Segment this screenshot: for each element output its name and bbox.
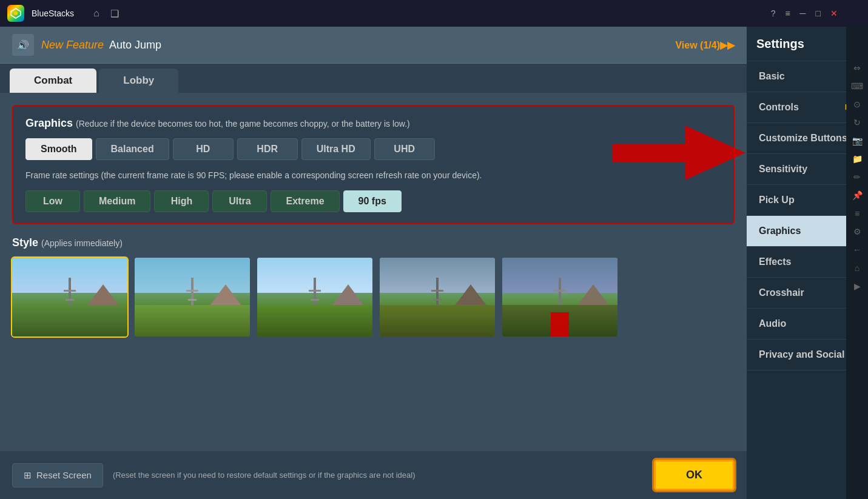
fps-ultra[interactable]: Ultra bbox=[212, 190, 267, 212]
fps-extreme[interactable]: Extreme bbox=[271, 190, 339, 212]
quality-hd[interactable]: HD bbox=[173, 138, 234, 160]
sidebar-crosshair-label: Crosshair bbox=[759, 287, 804, 298]
sidebar: Settings ✕ Basic Controls NEW Customize … bbox=[747, 27, 868, 499]
icon-home2[interactable]: ⌂ bbox=[855, 263, 860, 273]
icon-layers[interactable]: ≡ bbox=[855, 209, 860, 218]
maximize-icon[interactable]: □ bbox=[816, 8, 821, 18]
style-title: Style (Applies immediately) bbox=[12, 236, 735, 249]
reset-screen-button[interactable]: ⊞ Reset Screen bbox=[12, 463, 103, 487]
quality-balanced[interactable]: Balanced bbox=[96, 138, 169, 160]
minimize-icon[interactable]: ─ bbox=[800, 8, 806, 18]
menu-icon[interactable]: ≡ bbox=[785, 8, 790, 18]
svg-rect-10 bbox=[309, 290, 321, 292]
quality-ultra-hd[interactable]: Ultra HD bbox=[301, 138, 371, 160]
icon-stream[interactable]: ▶ bbox=[854, 281, 861, 291]
titlebar-icons: ⌂ ❑ bbox=[93, 8, 119, 19]
ok-button[interactable]: OK bbox=[654, 460, 735, 491]
quality-smooth[interactable]: Smooth bbox=[25, 138, 92, 160]
svg-rect-16 bbox=[554, 290, 566, 292]
fps-90[interactable]: 90 fps bbox=[343, 190, 402, 212]
titlebar-controls: ? ≡ ─ □ ✕ bbox=[771, 8, 838, 18]
graphics-subtitle: (Reduce if the device becomes too hot, t… bbox=[76, 119, 410, 129]
icon-rotation[interactable]: ↻ bbox=[853, 118, 861, 127]
style-subtitle: (Applies immediately) bbox=[41, 238, 123, 248]
sidebar-pickup-label: Pick Up bbox=[759, 195, 795, 205]
svg-rect-11 bbox=[311, 299, 319, 301]
svg-rect-7 bbox=[186, 290, 198, 292]
sidebar-icon-strip: ⇔ ⌨ ⊙ ↻ 📷 📁 ✏ 📌 ≡ ⚙ ← ⌂ ▶ bbox=[846, 27, 868, 499]
fps-high[interactable]: High bbox=[154, 190, 209, 212]
icon-folder[interactable]: 📁 bbox=[852, 154, 863, 164]
sidebar-customize-label: Customize Buttons bbox=[759, 133, 847, 143]
quality-uhd[interactable]: UHD bbox=[374, 138, 435, 160]
tab-combat[interactable]: Combat bbox=[10, 69, 96, 93]
svg-rect-8 bbox=[188, 299, 197, 301]
new-feature-label: New Feature bbox=[41, 39, 104, 51]
quality-buttons: Smooth Balanced HD HDR Ultra HD UHD bbox=[25, 138, 721, 160]
style-label: Style bbox=[12, 236, 38, 249]
graphics-section: Graphics (Reduce if the device becomes t… bbox=[12, 105, 735, 224]
graphics-title: Graphics (Reduce if the device becomes t… bbox=[25, 117, 721, 130]
framerate-text: Frame rate settings (the current frame r… bbox=[25, 170, 721, 182]
svg-rect-4 bbox=[64, 290, 76, 292]
sidebar-controls-label: Controls bbox=[759, 102, 799, 112]
quality-hdr[interactable]: HDR bbox=[237, 138, 298, 160]
feature-text: New Feature Auto Jump bbox=[41, 39, 161, 52]
style-image-5[interactable] bbox=[502, 258, 617, 337]
svg-rect-5 bbox=[66, 299, 74, 301]
fps-low[interactable]: Low bbox=[25, 190, 80, 212]
fps-medium[interactable]: Medium bbox=[84, 190, 150, 212]
icon-edit[interactable]: ✏ bbox=[853, 172, 861, 182]
style-section: Style (Applies immediately) bbox=[12, 236, 735, 337]
svg-rect-13 bbox=[431, 290, 443, 292]
settings-content: Graphics (Reduce if the device becomes t… bbox=[0, 93, 747, 451]
style-image-2[interactable] bbox=[135, 258, 250, 337]
reset-label: Reset Screen bbox=[36, 470, 92, 480]
bottom-left: ⊞ Reset Screen (Reset the screen if you … bbox=[12, 463, 415, 487]
bottom-bar: ⊞ Reset Screen (Reset the screen if you … bbox=[0, 451, 747, 499]
icon-gamepad[interactable]: ⊙ bbox=[853, 99, 861, 109]
close-icon[interactable]: ✕ bbox=[830, 8, 838, 18]
icon-settings2[interactable]: ⚙ bbox=[853, 227, 861, 236]
sidebar-graphics-label: Graphics bbox=[759, 226, 801, 236]
graphics-label: Graphics bbox=[25, 117, 73, 129]
feature-name: Auto Jump bbox=[109, 39, 161, 51]
view-link[interactable]: View (1/4)▶▶ bbox=[675, 39, 735, 51]
content-area: 🔊 New Feature Auto Jump View (1/4)▶▶ Com… bbox=[0, 27, 747, 499]
reset-hint: (Reset the screen if you need to restore… bbox=[113, 471, 415, 480]
window-icon[interactable]: ❑ bbox=[110, 8, 119, 19]
icon-back[interactable]: ← bbox=[853, 245, 861, 255]
home-icon[interactable]: ⌂ bbox=[93, 8, 99, 19]
help-icon[interactable]: ? bbox=[771, 8, 776, 18]
style-image-1[interactable] bbox=[12, 258, 127, 337]
svg-point-1 bbox=[14, 12, 18, 15]
main-layout: 🔊 New Feature Auto Jump View (1/4)▶▶ Com… bbox=[0, 27, 868, 499]
titlebar: BlueStacks ⌂ ❑ ? ≡ ─ □ ✕ bbox=[0, 0, 868, 27]
fps-buttons: Low Medium High Ultra Extreme 90 fps bbox=[25, 190, 721, 212]
tabs: Combat Lobby bbox=[0, 64, 747, 93]
sidebar-sensitivity-label: Sensitivity bbox=[759, 164, 807, 174]
style-image-4[interactable] bbox=[380, 258, 495, 337]
speaker-icon: 🔊 bbox=[12, 34, 34, 56]
sidebar-effects-label: Effects bbox=[759, 256, 791, 267]
sidebar-privacy-label: Privacy and Social bbox=[759, 349, 844, 360]
icon-expand[interactable]: ⇔ bbox=[853, 63, 861, 73]
reset-icon: ⊞ bbox=[24, 470, 32, 481]
app-logo bbox=[7, 5, 24, 22]
feature-banner-left: 🔊 New Feature Auto Jump bbox=[12, 34, 161, 56]
icon-keyboard[interactable]: ⌨ bbox=[851, 81, 863, 91]
sidebar-basic-label: Basic bbox=[759, 71, 785, 81]
svg-rect-14 bbox=[433, 299, 442, 301]
sidebar-audio-label: Audio bbox=[759, 318, 786, 329]
sidebar-title: Settings bbox=[756, 37, 804, 51]
icon-camera[interactable]: 📷 bbox=[852, 136, 863, 146]
tab-lobby[interactable]: Lobby bbox=[99, 69, 178, 93]
app-name: BlueStacks bbox=[32, 8, 74, 18]
style-images bbox=[12, 258, 735, 337]
feature-banner: 🔊 New Feature Auto Jump View (1/4)▶▶ bbox=[0, 27, 747, 64]
style-image-3[interactable] bbox=[257, 258, 372, 337]
icon-pin[interactable]: 📌 bbox=[852, 190, 863, 200]
